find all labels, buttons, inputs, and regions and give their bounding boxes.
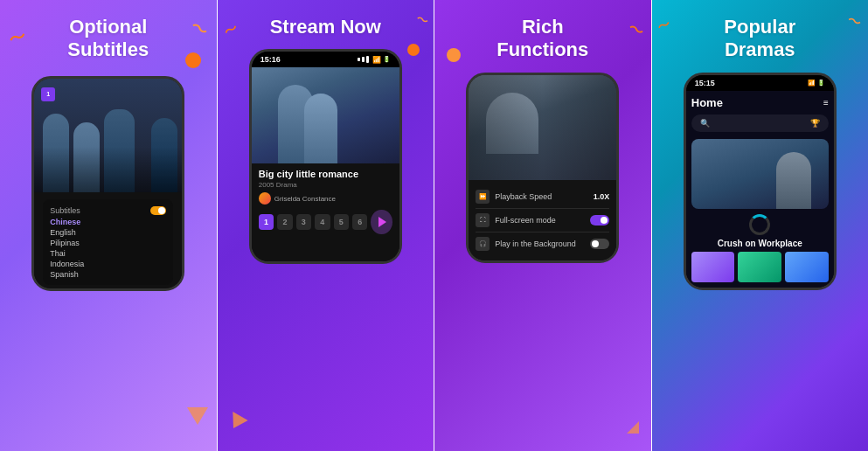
subtitle-header-label: Subtitles [50,206,80,215]
popular-title-2: Dramas [725,38,795,60]
search-input[interactable] [715,122,805,124]
battery-icon: 🔋 [383,56,391,63]
panel-popular-dramas: 〜 〜 Popular Dramas 15:15 📶 🔋 Home ≡ 🔍 [652,0,869,451]
panel-1-title: Optional Subtitles [67,16,149,62]
home-screen: Home ≡ 🔍 🏆 Crush on Workp [686,91,834,288]
status-time-4: 15:15 [695,79,715,87]
loading-circle [749,214,770,235]
ep-1[interactable]: 1 [259,214,274,230]
car-scene-inner [469,75,616,180]
fullscreen-controls: ⏩ Playback Speed 1.0X ⛶ Full-screen mode… [469,180,616,260]
status-icons-2: 📶 🔋 [358,56,391,64]
user-avatar [259,192,271,205]
deco-squiggle-right: 〜 [185,15,212,44]
background-play-icon: 🎧 [476,237,490,251]
ep-4[interactable]: 4 [315,214,330,230]
play-button[interactable] [371,210,392,234]
subtitle-chinese[interactable]: Chinese [50,217,166,227]
subtitle-thai[interactable]: Thai [50,248,166,259]
signal-icon-4: 📶 [808,80,816,87]
fullscreen-label: Full-screen mode [495,216,590,225]
scene-overlay [34,79,182,192]
phone-screen-4: 15:15 📶 🔋 Home ≡ 🔍 🏆 [686,75,834,288]
deco-squiggle-p3: 〜 [624,17,647,42]
section-title: Crush on Workplace [691,239,829,248]
episode-row: 1 2 3 4 5 6 [259,210,392,234]
drama-thumb-inner [252,67,399,163]
deco-circle-p2 [407,44,420,56]
home-title-text: Home [691,96,723,109]
deco-triangle-p2 [226,412,247,433]
deco-triangle-bottom [187,407,208,425]
wifi-icon: 📶 [372,56,381,64]
fullscreen-toggle[interactable] [590,215,609,226]
subtitle-spanish[interactable]: Spanish [50,269,166,280]
thumb-mini-2[interactable] [738,252,781,282]
panel-rich-functions: 〜 Rich Functions ⏩ Playback Speed 1.0X [434,0,651,451]
subtitle-header-row: Subtitles [50,205,166,217]
deco-squiggle-p2-left: 〜 [220,19,241,42]
panel-2-title: Stream Now [270,16,381,38]
rich-title-2: Functions [496,38,588,60]
featured-drama-card[interactable] [691,139,829,209]
subtitle-indonesia[interactable]: Indonesia [50,259,166,269]
deco-squiggle-p4-left: 〜 [654,16,673,37]
drama-title-text: Big city little romance [259,169,392,179]
phone-screen-1: 1 Subtitles Chinese English Pilipinas Th… [34,79,182,288]
subtitle-toggle[interactable] [150,206,166,215]
control-background: 🎧 Play in the Background [476,232,609,255]
featured-card-image [691,139,829,209]
panel-3-title: Rich Functions [496,16,588,62]
status-bar-2: 15:16 📶 🔋 [252,52,399,67]
stream-now-title: Stream Now [270,16,381,38]
playback-speed-label: Playback Speed [495,192,593,201]
drama-scene-image: 1 [34,79,182,192]
title-line2: Subtitles [67,38,149,60]
ep-2[interactable]: 2 [277,214,292,230]
background-play-label: Play in the Background [495,239,590,248]
phone-mockup-1: 1 Subtitles Chinese English Pilipinas Th… [31,76,184,291]
thumb-mini-1[interactable] [691,252,735,282]
ep-3[interactable]: 3 [296,214,311,230]
subtitle-english[interactable]: English [50,227,166,238]
rich-title-1: Rich [522,16,564,38]
ep-5[interactable]: 5 [334,214,349,230]
trophy-icon: 🏆 [810,119,820,128]
deco-circle-p3 [447,48,461,62]
home-header: Home ≡ [691,96,829,109]
play-triangle-icon [378,217,386,227]
romance-person-2 [304,94,337,163]
background-play-toggle[interactable] [590,239,609,249]
phone-screen-3: ⏩ Playback Speed 1.0X ⛶ Full-screen mode… [469,75,616,260]
control-fullscreen: ⛶ Full-screen mode [476,209,609,232]
phone-mockup-4: 15:15 📶 🔋 Home ≡ 🔍 🏆 [684,73,837,290]
deco-squiggle-left: 〜 [5,24,30,52]
phone-mockup-3: ⏩ Playback Speed 1.0X ⛶ Full-screen mode… [466,73,619,263]
search-icon: 🔍 [700,119,710,128]
signal-bar-3 [366,56,369,63]
bottom-padding [259,234,392,256]
deco-squiggle-p4-right: 〜 [844,11,864,33]
fullscreen-icon: ⛶ [476,213,490,227]
car-overlay [469,75,616,180]
status-icons-4: 📶 🔋 [808,80,825,87]
user-name-text: Griselda Constance [274,195,336,203]
deco-orange-circle [185,52,201,68]
search-bar[interactable]: 🔍 🏆 [691,114,829,132]
control-playback-speed: ⏩ Playback Speed 1.0X [476,185,609,209]
subtitle-controls-area: Subtitles Chinese English Pilipinas Thai… [34,192,182,285]
signal-bar-2 [362,57,365,62]
panel-4-title: Popular Dramas [724,16,795,62]
thumb-mini-3[interactable] [785,252,829,282]
deco-squiggle-p2-right: 〜 [413,11,430,31]
panel-stream-now: 〜 〜 Stream Now 15:16 📶 🔋 [218,0,434,451]
car-scene-image [469,75,616,180]
playback-speed-icon: ⏩ [476,190,490,204]
popular-title-1: Popular [724,16,795,38]
subtitle-pilipinas[interactable]: Pilipinas [50,238,166,248]
ep-6[interactable]: 6 [352,214,367,230]
drama-info: Big city little romance 2005 Drama Grise… [252,163,399,261]
piano-person-silhouette [776,152,811,209]
hamburger-menu-icon[interactable]: ≡ [823,98,829,108]
signal-bar-1 [358,58,360,61]
